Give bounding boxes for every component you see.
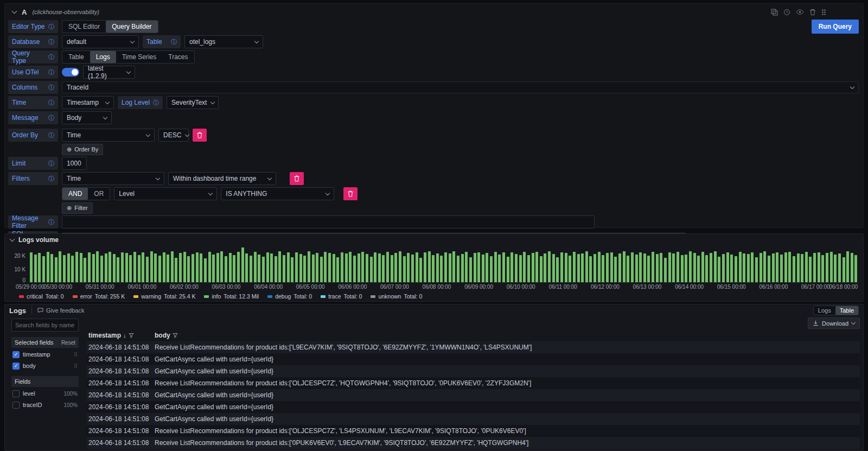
volume-bar[interactable]	[299, 254, 302, 283]
volume-bar[interactable]	[216, 253, 219, 283]
volume-bar[interactable]	[121, 252, 124, 283]
editor-type-option-query-builder[interactable]: Query Builder	[106, 21, 157, 33]
volume-bar[interactable]	[394, 253, 397, 283]
legend-item-critical[interactable]: criticalTotal: 0	[19, 293, 64, 300]
volume-bar[interactable]	[457, 256, 459, 282]
volume-bar[interactable]	[88, 252, 91, 282]
volume-bar[interactable]	[452, 251, 455, 282]
volume-bar[interactable]	[598, 252, 601, 282]
checkbox-unchecked-icon[interactable]	[12, 390, 20, 397]
volume-bar[interactable]	[809, 257, 812, 282]
volume-bar[interactable]	[627, 256, 629, 282]
remove-filter2-button[interactable]	[343, 187, 358, 200]
volume-bar[interactable]	[328, 253, 331, 282]
volume-bar[interactable]	[100, 256, 103, 282]
collapse-panel-icon[interactable]	[10, 236, 15, 242]
volume-bar[interactable]	[370, 257, 373, 282]
volume-bar[interactable]	[42, 256, 45, 282]
volume-bar[interactable]	[250, 256, 252, 282]
volume-bar[interactable]	[30, 252, 33, 282]
limit-input[interactable]	[62, 157, 87, 170]
volume-bar[interactable]	[490, 256, 493, 283]
volume-bar[interactable]	[117, 257, 119, 282]
checkbox-unchecked-icon[interactable]	[12, 402, 20, 409]
legend-item-warning[interactable]: warningTotal: 25.4 K	[133, 293, 195, 300]
volume-bar[interactable]	[515, 254, 518, 283]
volume-bar[interactable]	[146, 257, 149, 282]
reset-fields-button[interactable]: Reset	[61, 340, 75, 346]
volume-bar[interactable]	[631, 252, 634, 282]
info-icon[interactable]: ⓘ	[48, 38, 54, 46]
volume-bar[interactable]	[565, 253, 567, 282]
run-query-button[interactable]: Run Query	[812, 20, 859, 34]
volume-bar[interactable]	[320, 257, 323, 283]
volume-bar[interactable]	[113, 254, 116, 282]
filter-operator-select[interactable]: Within dashboard time range	[168, 172, 276, 185]
volume-bar[interactable]	[183, 252, 186, 282]
editor-type-option-sql-editor[interactable]: SQL Editor	[62, 21, 106, 33]
volume-bar[interactable]	[569, 256, 571, 283]
legend-item-unknown[interactable]: unknownTotal: 0	[371, 293, 422, 300]
log-table-row[interactable]: 2024-06-18 14:51:08GetCartAsync called w…	[86, 413, 860, 425]
volume-bar[interactable]	[47, 252, 49, 282]
volume-bar[interactable]	[532, 253, 534, 283]
volume-bar[interactable]	[846, 251, 849, 282]
volume-bar[interactable]	[718, 257, 720, 282]
volume-bar[interactable]	[154, 253, 157, 282]
volume-bar[interactable]	[760, 253, 762, 282]
volume-bar[interactable]	[129, 255, 132, 282]
volume-bar[interactable]	[660, 253, 662, 282]
info-icon[interactable]: ⓘ	[48, 131, 54, 139]
order-by-field-select[interactable]: Time	[62, 129, 155, 142]
remove-order-by-button[interactable]	[193, 129, 207, 142]
volume-bar[interactable]	[67, 253, 70, 283]
volume-bar[interactable]	[614, 257, 617, 282]
volume-bar[interactable]	[382, 255, 385, 282]
log-table-row[interactable]: 2024-06-18 14:51:08Receive ListRecommend…	[86, 341, 860, 353]
volume-bar[interactable]	[548, 251, 551, 282]
volume-bar[interactable]	[482, 255, 484, 282]
volume-bar[interactable]	[797, 253, 800, 282]
volume-bar[interactable]	[55, 257, 58, 283]
volume-bar[interactable]	[167, 255, 169, 282]
volume-bar[interactable]	[237, 252, 240, 282]
order-by-direction-select[interactable]: DESC	[158, 129, 189, 142]
drag-handle-icon[interactable]: ⠿	[74, 352, 78, 358]
volume-bar[interactable]	[821, 255, 824, 282]
legend-item-info[interactable]: infoTotal: 12.3 Mil	[204, 293, 259, 300]
volume-bar[interactable]	[498, 255, 501, 283]
volume-bar[interactable]	[556, 257, 559, 282]
volume-bar[interactable]	[714, 251, 717, 282]
log-table-row[interactable]: 2024-06-18 14:51:08Receive ListRecommend…	[86, 425, 860, 437]
volume-bar[interactable]	[316, 253, 318, 282]
volume-bar[interactable]	[225, 256, 227, 282]
volume-bar[interactable]	[784, 252, 787, 282]
query-type-tab-traces[interactable]: Traces	[162, 51, 194, 63]
volume-bar[interactable]	[403, 256, 406, 282]
volume-bar[interactable]	[689, 251, 692, 282]
volume-bar[interactable]	[535, 252, 538, 282]
volume-bar[interactable]	[697, 256, 700, 282]
volume-bar[interactable]	[465, 252, 468, 282]
volume-bar[interactable]	[399, 251, 401, 282]
volume-bar[interactable]	[416, 252, 418, 283]
volume-bar[interactable]	[477, 252, 480, 282]
log-table-row[interactable]: 2024-06-18 14:51:08GetCartAsync called w…	[86, 353, 860, 365]
volume-bar[interactable]	[411, 255, 414, 282]
volume-bar[interactable]	[308, 251, 310, 282]
volume-bar[interactable]	[341, 252, 343, 282]
volume-bar[interactable]	[34, 255, 37, 282]
log-table-row[interactable]: 2024-06-18 14:51:08GetCartAsync called w…	[86, 401, 860, 413]
volume-bar[interactable]	[258, 255, 260, 283]
volume-bar[interactable]	[635, 255, 638, 282]
log-level-column-select[interactable]: SeverityText	[167, 96, 219, 109]
add-order-by-button[interactable]: ⊕ Order By	[62, 144, 103, 155]
volume-bar[interactable]	[432, 255, 435, 282]
message-filter-input[interactable]	[62, 215, 595, 228]
drag-handle-button[interactable]	[821, 9, 826, 16]
volume-bar[interactable]	[92, 254, 95, 282]
volume-bar[interactable]	[444, 252, 447, 282]
database-select[interactable]: default	[62, 35, 139, 48]
volume-bar[interactable]	[245, 253, 248, 282]
info-icon[interactable]: ⓘ	[48, 160, 54, 168]
